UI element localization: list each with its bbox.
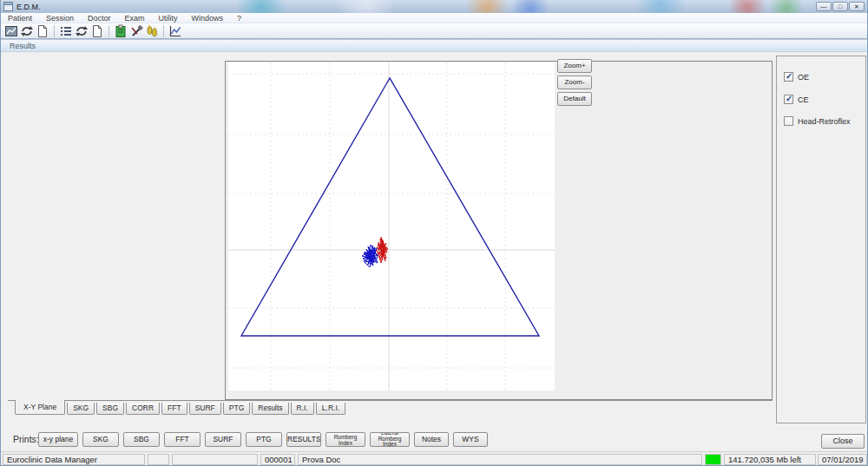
footprints-icon[interactable] — [145, 24, 159, 38]
print-xy-plane-button[interactable]: x-y plane — [38, 432, 78, 447]
xy-plane-plot — [228, 62, 555, 391]
status-date: 07/01/2019 — [818, 454, 867, 465]
oe-checkbox-box[interactable] — [784, 72, 793, 82]
oe-checkbox-label: OE — [798, 73, 809, 82]
session-refresh-icon[interactable] — [75, 24, 89, 38]
print-fft-button[interactable]: FFT — [164, 432, 201, 447]
print-sbg-button[interactable]: SBG — [123, 432, 160, 447]
print-surf-button[interactable]: SURF — [205, 432, 241, 447]
menu-doctor[interactable]: Doctor — [81, 13, 118, 23]
toolbar — [1, 23, 868, 38]
head-retroflex-checkbox[interactable]: Head-Retroflex — [784, 116, 851, 126]
tab-sbg[interactable]: SBG — [96, 403, 124, 415]
tab-ri[interactable]: R.I. — [291, 403, 314, 415]
oe-checkbox[interactable]: OE — [784, 72, 809, 82]
status-bar: Euroclinic Data Manager 000001 Prova Doc… — [1, 451, 868, 466]
tab-skg[interactable]: SKG — [67, 403, 95, 415]
clipboard-icon[interactable] — [114, 24, 128, 38]
results-window-title: Results — [10, 42, 36, 50]
ce-checkbox[interactable]: CE — [784, 95, 809, 104]
print-ptg-button[interactable]: PTG — [246, 432, 282, 447]
status-disk-space: 141.720,035 Mb left — [724, 454, 816, 465]
new-document-icon[interactable] — [36, 24, 49, 38]
menu-utility[interactable]: Utility — [152, 13, 185, 23]
status-empty-cell-2 — [172, 454, 258, 465]
close-button[interactable]: Close — [821, 434, 865, 449]
print-results-button[interactable]: RESULTS — [286, 432, 321, 447]
status-patient-id: 000001 — [260, 454, 295, 465]
results-window-titlebar: Results — [1, 40, 868, 52]
tab-corr[interactable]: CORR — [126, 403, 160, 415]
print-skg-button[interactable]: SKG — [82, 432, 119, 447]
tab-strip: X-Y Plane SKG SBG CORR FFT SURF PTG Resu… — [15, 401, 345, 416]
zoom-in-button[interactable]: Zoom+ — [557, 59, 592, 73]
tools-icon[interactable] — [129, 24, 143, 38]
tab-lri[interactable]: L.R.I. — [316, 403, 345, 415]
print-romberg-index-button[interactable]: Romberg Index — [326, 432, 365, 447]
window-title: E.D.M. — [16, 3, 41, 11]
menu-windows[interactable]: Windows — [185, 13, 231, 23]
toolbar-separator — [108, 25, 109, 37]
title-bar: E.D.M. — □ ✕ — [1, 0, 868, 13]
head-retroflex-checkbox-label: Head-Retroflex — [798, 117, 851, 126]
zoom-default-button[interactable]: Default — [557, 92, 592, 106]
prints-toolbar: x-y plane SKG SBG FFT SURF PTG RESULTS R… — [38, 432, 488, 447]
zoom-out-button[interactable]: Zoom- — [557, 75, 592, 89]
head-retroflex-checkbox-box[interactable] — [784, 116, 793, 126]
tab-xy-plane[interactable]: X-Y Plane — [15, 400, 65, 415]
disk-activity-indicator — [705, 454, 721, 465]
menu-bar: Patient Session Doctor Exam Utility Wind… — [1, 13, 868, 23]
edm-window: E.D.M. — □ ✕ Patient Session Doctor Exam… — [0, 0, 868, 466]
minimize-button[interactable]: — — [816, 2, 832, 11]
menu-session[interactable]: Session — [39, 13, 81, 23]
ce-checkbox-label: CE — [798, 95, 809, 104]
prints-label: Prints: — [13, 434, 39, 444]
tab-surf[interactable]: SURF — [189, 403, 221, 415]
patient-refresh-icon[interactable] — [20, 24, 34, 38]
tab-results[interactable]: Results — [252, 403, 288, 415]
ce-checkbox-box[interactable] — [784, 95, 793, 104]
toolbar-separator — [54, 25, 55, 37]
app-icon — [3, 2, 13, 11]
list-icon[interactable] — [59, 24, 73, 38]
maximize-button[interactable]: □ — [832, 2, 848, 11]
print-wys-button[interactable]: WYS — [453, 432, 488, 447]
patient-exam-icon[interactable] — [4, 24, 18, 38]
print-notes-button[interactable]: Notes — [414, 432, 449, 447]
statistics-chart-icon[interactable] — [168, 24, 182, 38]
close-window-button[interactable]: ✕ — [849, 2, 865, 11]
status-patient-name: Prova Doc — [298, 454, 702, 465]
menu-exam[interactable]: Exam — [118, 13, 152, 23]
tab-ptg[interactable]: PTG — [223, 403, 250, 415]
blank-document-icon[interactable] — [90, 24, 104, 38]
plot-surface — [228, 62, 555, 391]
status-empty-cell-1 — [148, 454, 169, 465]
menu-help[interactable]: ? — [230, 13, 248, 23]
view-options-panel: OE CE Head-Retroflex — [776, 56, 866, 423]
menu-patient[interactable]: Patient — [1, 13, 39, 23]
status-app-name: Euroclinic Data Manager — [3, 454, 145, 465]
print-lateral-romberg-index-button[interactable]: Lateral Romberg Index — [370, 432, 410, 447]
toolbar-separator — [163, 25, 164, 37]
tab-fft[interactable]: FFT — [161, 403, 187, 415]
